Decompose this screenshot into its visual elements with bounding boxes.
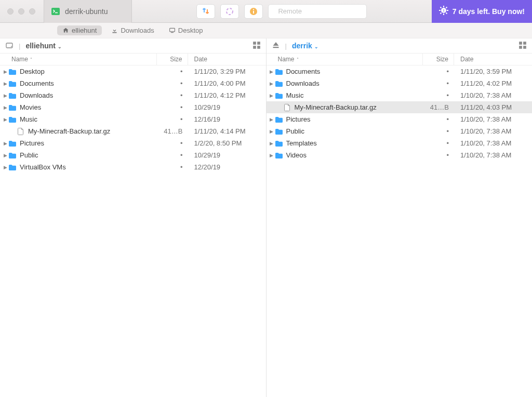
eject-icon[interactable]	[272, 41, 280, 51]
disclosure-triangle-icon[interactable]: ▶	[267, 93, 274, 98]
close-window-button[interactable]	[7, 8, 14, 15]
item-name: Pictures	[18, 139, 157, 147]
folder-row[interactable]: ▶Public•10/29/19	[0, 149, 266, 161]
item-size: •	[423, 91, 454, 99]
file-row[interactable]: ▶My-Minecraft-Backup.tar.gz41…B1/11/20, …	[267, 101, 533, 113]
remote-location-button[interactable]: derrik ⌄	[292, 42, 318, 50]
item-size: •	[157, 139, 188, 147]
folder-row[interactable]: ▶Movies•10/29/19	[0, 101, 266, 113]
folder-row[interactable]: ▶Pictures•1/10/20, 7:38 AM	[267, 113, 533, 125]
folder-row[interactable]: ▶Downloads•1/11/20, 4:02 PM	[267, 77, 533, 89]
folder-row[interactable]: ▶Desktop•1/11/20, 3:29 PM	[0, 65, 266, 77]
item-date: 10/29/19	[188, 151, 266, 159]
disclosure-triangle-icon[interactable]: ▶	[0, 153, 7, 158]
disclosure-triangle-icon[interactable]: ▶	[267, 153, 274, 158]
transfer-button[interactable]	[196, 4, 215, 19]
breadcrumb-elliehunt[interactable]: elliehunt	[57, 25, 102, 35]
col-date[interactable]: Date	[454, 54, 532, 65]
item-name: VirtualBox VMs	[18, 163, 157, 171]
item-date: 1/11/20, 3:59 PM	[454, 68, 532, 75]
disclosure-triangle-icon[interactable]: ▶	[267, 129, 274, 134]
folder-icon	[7, 115, 18, 124]
connection-tab-label: derrik-ubuntu	[65, 7, 108, 16]
breadcrumb-downloads[interactable]: Downloads	[106, 25, 159, 35]
folder-row[interactable]: ▶Downloads•1/11/20, 4:12 PM	[0, 89, 266, 101]
sort-asc-icon: ˄	[297, 57, 299, 62]
col-name[interactable]: Name ˄	[267, 54, 423, 65]
disclosure-triangle-icon[interactable]: ▶	[267, 69, 274, 74]
item-name: Pictures	[284, 115, 423, 123]
item-name: Documents	[18, 80, 157, 87]
disk-icon[interactable]	[5, 41, 14, 51]
item-name: Templates	[284, 139, 423, 147]
file-icon	[16, 127, 26, 136]
disclosure-triangle-icon[interactable]: ▶	[0, 69, 7, 74]
folder-icon	[274, 139, 284, 148]
view-mode-button[interactable]	[252, 41, 261, 51]
item-size: •	[157, 68, 188, 75]
item-name: Music	[284, 91, 423, 99]
minimize-window-button[interactable]	[18, 8, 24, 15]
disclosure-triangle-icon[interactable]: ▶	[267, 117, 274, 122]
item-date: 1/10/20, 7:38 AM	[454, 115, 532, 123]
folder-icon	[274, 127, 284, 136]
folder-row[interactable]: ▶Music•1/10/20, 7:38 AM	[267, 89, 533, 101]
col-name[interactable]: Name ˄	[0, 54, 157, 65]
remote-pane: | derrik ⌄ Name ˄ Size Date ▶Documents•1…	[267, 38, 533, 397]
disclosure-triangle-icon[interactable]: ▶	[0, 117, 7, 122]
folder-row[interactable]: ▶Documents•1/11/20, 3:59 PM	[267, 65, 533, 77]
local-location-button[interactable]: elliehunt ⌄	[25, 42, 62, 50]
breadcrumb-desktop[interactable]: Desktop	[164, 25, 208, 35]
view-mode-button[interactable]	[518, 41, 527, 51]
item-date: 1/11/20, 4:03 PM	[454, 103, 532, 111]
remote-search[interactable]	[268, 4, 367, 19]
folder-row[interactable]: ▶Pictures•1/2/20, 8:50 PM	[0, 137, 266, 149]
folder-row[interactable]: ▶Documents•1/11/20, 4:00 PM	[0, 77, 266, 89]
disclosure-triangle-icon[interactable]: ▶	[0, 165, 7, 170]
info-button[interactable]	[244, 4, 263, 19]
item-date: 12/16/19	[188, 115, 266, 123]
trial-banner-text: 7 days left. Buy now!	[453, 7, 525, 16]
disclosure-triangle-icon: ▶	[267, 105, 274, 110]
item-size: •	[423, 127, 454, 135]
titlebar: derrik-ubuntu 7 days left. Buy now!	[0, 0, 532, 23]
item-size: •	[423, 151, 454, 159]
folder-icon	[7, 103, 18, 112]
item-size: •	[423, 115, 454, 123]
disclosure-triangle-icon[interactable]: ▶	[0, 141, 7, 146]
connection-tab[interactable]: derrik-ubuntu	[44, 0, 132, 23]
item-name: Public	[284, 127, 423, 135]
item-name: Music	[18, 115, 157, 123]
file-row[interactable]: ▶My-Minecraft-Backup.tar.gz41…B1/11/20, …	[0, 125, 266, 137]
col-size[interactable]: Size	[157, 54, 188, 65]
folder-row[interactable]: ▶Templates•1/10/20, 7:38 AM	[267, 137, 533, 149]
folder-row[interactable]: ▶VirtualBox VMs•12/20/19	[0, 161, 266, 173]
disclosure-triangle-icon: ▶	[0, 129, 7, 134]
disclosure-triangle-icon[interactable]: ▶	[0, 81, 7, 86]
disclosure-triangle-icon[interactable]: ▶	[0, 105, 7, 110]
item-size: •	[157, 80, 188, 87]
col-date[interactable]: Date	[188, 54, 266, 65]
folder-row[interactable]: ▶Music•12/16/19	[0, 113, 266, 125]
disclosure-triangle-icon[interactable]: ▶	[267, 141, 274, 146]
item-size: 41…B	[157, 127, 188, 135]
item-date: 12/20/19	[188, 163, 266, 171]
remote-search-input[interactable]	[278, 7, 361, 15]
local-columns-header: Name ˄ Size Date	[0, 53, 266, 65]
trial-banner[interactable]: 7 days left. Buy now!	[432, 0, 532, 23]
item-date: 1/11/20, 4:02 PM	[454, 80, 532, 87]
activity-button[interactable]	[220, 4, 239, 19]
burst-icon	[439, 6, 448, 17]
folder-row[interactable]: ▶Public•1/10/20, 7:38 AM	[267, 125, 533, 137]
zoom-window-button[interactable]	[29, 8, 35, 15]
folder-icon	[7, 80, 18, 88]
disclosure-triangle-icon[interactable]: ▶	[267, 81, 274, 86]
folder-row[interactable]: ▶Videos•1/10/20, 7:38 AM	[267, 149, 533, 161]
folder-icon	[7, 91, 18, 100]
disclosure-triangle-icon[interactable]: ▶	[0, 93, 7, 98]
col-size[interactable]: Size	[423, 54, 454, 65]
item-name: My-Minecraft-Backup.tar.gz	[292, 103, 423, 111]
local-pane-header: | elliehunt ⌄	[0, 38, 266, 53]
item-date: 1/11/20, 4:14 PM	[188, 127, 266, 135]
window-controls	[0, 8, 44, 15]
